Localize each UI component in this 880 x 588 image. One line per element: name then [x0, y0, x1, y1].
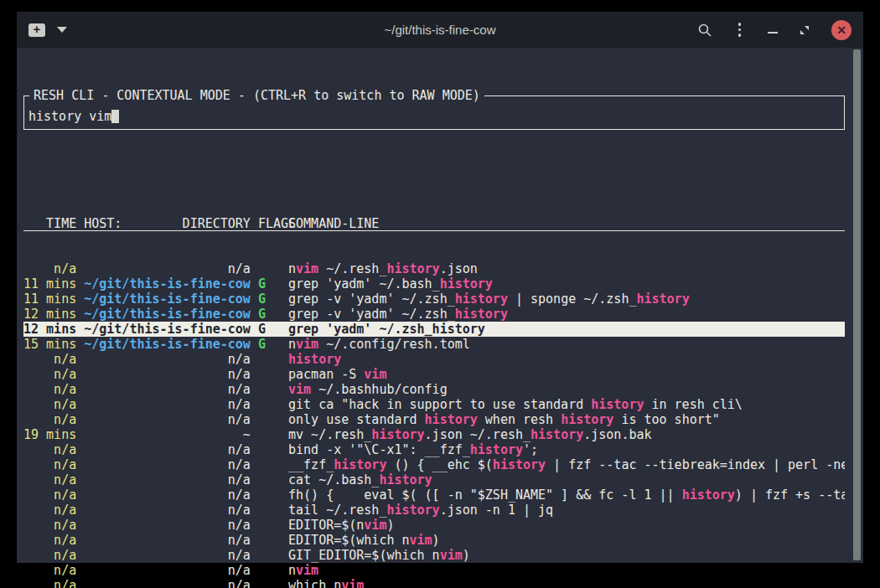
history-row[interactable]: 19 mins~mv ~/.resh_history.json ~/.resh_…	[23, 427, 845, 442]
history-row[interactable]: 11 mins~/git/this-is-fine-cowGgrep 'yadm…	[23, 276, 845, 291]
history-row[interactable]: n/an/aEDITOR=$(which nvim)	[23, 533, 845, 548]
history-row[interactable]: n/an/awhich nvim	[23, 578, 845, 588]
history-row[interactable]: 12 mins~/git/this-is-fine-cowGgrep 'yadm…	[23, 322, 845, 337]
history-rows: n/an/anvim ~/.resh_history.json11 mins~/…	[23, 261, 845, 588]
header-command-line: COMMAND-LINE	[288, 216, 845, 230]
history-row[interactable]: n/an/aEDITOR=$(nvim)	[23, 518, 845, 533]
history-row[interactable]: n/an/apacman -S vim	[23, 367, 845, 382]
history-row[interactable]: n/an/atail ~/.resh_history.json -n 1 | j…	[23, 503, 845, 518]
history-row[interactable]: n/an/avim ~/.bashhub/config	[23, 382, 845, 397]
resh-search-box[interactable]: RESH CLI - CONTEXTUAL MODE - (CTRL+R to …	[23, 95, 845, 130]
history-row[interactable]: n/an/afh() { eval $( ([ -n "$ZSH_NAME" ]…	[23, 487, 845, 503]
search-box-title: RESH CLI - CONTEXTUAL MODE - (CTRL+R to …	[29, 88, 484, 103]
history-row[interactable]: n/an/abind -x '"\C-x1": __fzf_history';	[23, 442, 845, 457]
table-header: TIME HOST:DIRECTORY FLAGS COMMAND-LINE	[23, 216, 845, 231]
history-row[interactable]: n/an/aonly use standard history when res…	[23, 412, 845, 427]
close-icon[interactable]: ✕	[831, 20, 852, 40]
history-table: TIME HOST:DIRECTORY FLAGS COMMAND-LINE n…	[23, 186, 845, 588]
search-input[interactable]: history vim	[28, 109, 119, 124]
history-row[interactable]: 11 mins~/git/this-is-fine-cowGgrep -v 'y…	[23, 291, 845, 307]
history-row[interactable]: n/an/ahistory	[23, 352, 845, 367]
terminal-content: RESH CLI - CONTEXTUAL MODE - (CTRL+R to …	[17, 48, 863, 563]
terminal-window: ~/git/this-is-fine-cow ✕ RESH CLI - CONT…	[17, 12, 863, 563]
maximize-icon[interactable]	[800, 25, 810, 35]
scrollbar[interactable]	[853, 49, 861, 560]
history-row[interactable]: n/an/acat ~/.bash_history	[23, 472, 845, 487]
history-row[interactable]: n/an/anvim ~/.resh_history.json	[23, 261, 845, 276]
minimize-icon[interactable]	[768, 32, 778, 34]
titlebar: ~/git/this-is-fine-cow ✕	[17, 12, 863, 48]
history-row[interactable]: 15 mins~/git/this-is-fine-cowGnvim ~/.co…	[23, 337, 845, 352]
history-row[interactable]: n/an/aGIT_EDITOR=$(which nvim)	[23, 548, 845, 563]
kebab-menu-icon[interactable]	[733, 21, 747, 39]
header-flags: FLAGS	[258, 216, 288, 230]
search-icon[interactable]	[698, 23, 712, 37]
header-time: TIME	[23, 216, 76, 230]
header-host-directory: HOST:DIRECTORY	[84, 216, 251, 230]
text-cursor	[111, 110, 119, 123]
history-row[interactable]: 12 mins~/git/this-is-fine-cowGgrep -v 'y…	[23, 307, 845, 322]
history-row[interactable]: n/an/agit ca "hack in support to use sta…	[23, 397, 845, 412]
history-row[interactable]: n/an/anvim	[23, 563, 845, 578]
history-row[interactable]: n/an/a__fzf_history () { __ehc $(history…	[23, 457, 845, 472]
